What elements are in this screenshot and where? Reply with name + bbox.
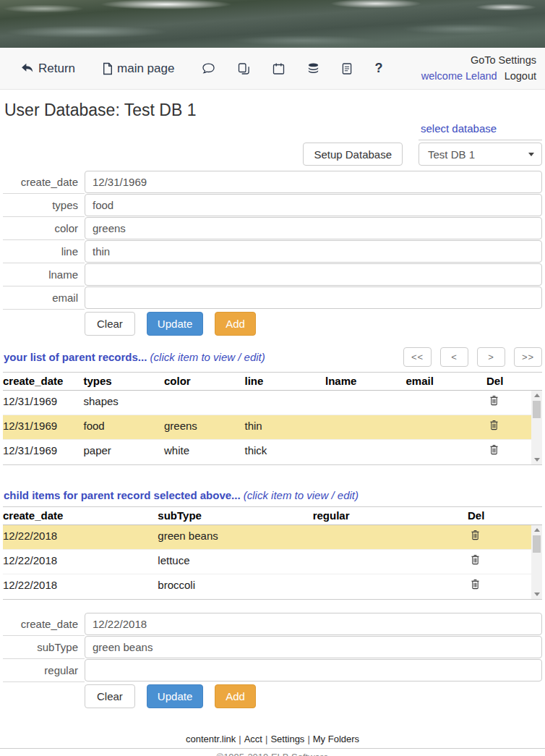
line-field[interactable]: [85, 240, 542, 263]
select-database-link[interactable]: select database: [419, 122, 542, 140]
logout-link[interactable]: Logout: [505, 70, 536, 82]
last-page-button[interactable]: >>: [514, 347, 542, 367]
color-field[interactable]: [85, 217, 542, 239]
create-date-field[interactable]: [85, 171, 542, 193]
page-icon: [103, 62, 113, 75]
table-row-selected[interactable]: 12/22/2018green beans: [3, 525, 531, 550]
update-button[interactable]: Update: [147, 312, 203, 336]
field-label: subType: [3, 636, 85, 659]
scroll-up-icon[interactable]: [534, 394, 540, 397]
delete-icon[interactable]: [489, 395, 499, 408]
clear-button[interactable]: Clear: [85, 312, 135, 336]
child-list-hint: (click item to view / edit): [244, 489, 359, 501]
parent-records-table: create_datetypescolorlinelnameemailDel 1…: [3, 372, 542, 465]
child-item-form: create_date subType regular Clear Update…: [3, 613, 542, 713]
prev-page-button[interactable]: <: [440, 347, 468, 367]
table-row-selected[interactable]: 12/31/1969foodgreensthin: [3, 415, 531, 440]
field-label: email: [3, 286, 85, 310]
database-button[interactable]: [307, 62, 319, 75]
field-label: create_date: [3, 171, 85, 194]
scrollbar-thumb[interactable]: [533, 401, 541, 418]
parent-record-form: create_date types color line lname email…: [3, 171, 542, 340]
footer-link-acct[interactable]: Acct: [244, 734, 262, 744]
document-button[interactable]: [342, 62, 352, 75]
copy-icon: [238, 62, 250, 75]
add-button[interactable]: Add: [215, 312, 256, 336]
chat-button[interactable]: [202, 62, 215, 75]
child-list-title: child items for parent record selected a…: [3, 489, 542, 501]
vertical-scrollbar[interactable]: [531, 391, 542, 464]
update-button[interactable]: Update: [147, 684, 203, 708]
header-banner-image: [0, 0, 545, 48]
vertical-scrollbar[interactable]: [531, 525, 542, 599]
footer: contentr.link|Acct|Settings|My Folders ©…: [3, 734, 542, 756]
delete-icon[interactable]: [471, 554, 480, 567]
table-row[interactable]: 12/22/2018broccoli: [3, 574, 531, 599]
pagination: << < > >>: [403, 347, 542, 367]
main-page-label: main page: [117, 61, 174, 76]
return-button[interactable]: Return: [20, 61, 75, 76]
field-label: types: [3, 194, 85, 217]
subtype-field[interactable]: [85, 636, 542, 658]
add-button[interactable]: Add: [215, 684, 256, 708]
field-label: regular: [3, 659, 85, 682]
table-row[interactable]: 12/31/1969paperwhitethick: [3, 440, 531, 464]
chat-icon: [202, 62, 215, 75]
copy-button[interactable]: [238, 62, 250, 75]
navbar: Return main page ? GoTo Settings welcome…: [0, 48, 545, 90]
types-field[interactable]: [85, 194, 542, 216]
email-field[interactable]: [85, 286, 542, 309]
child-items-table: create_datesubTyperegularDel 12/22/2018g…: [3, 506, 542, 600]
help-icon: ?: [374, 61, 382, 76]
delete-icon[interactable]: [471, 579, 480, 592]
return-label: Return: [38, 61, 75, 76]
setup-database-button[interactable]: Setup Database: [303, 143, 403, 166]
lname-field[interactable]: [85, 263, 542, 286]
welcome-user-link[interactable]: welcome Leland: [421, 70, 497, 82]
field-label: line: [3, 240, 85, 263]
footer-link-settings[interactable]: Settings: [270, 734, 304, 744]
help-button[interactable]: ?: [374, 61, 382, 76]
scroll-down-icon[interactable]: [534, 458, 540, 462]
delete-icon[interactable]: [489, 444, 499, 457]
delete-icon[interactable]: [471, 530, 480, 543]
parent-list-title: your list of parent records... (click it…: [3, 351, 265, 363]
field-label: color: [3, 217, 85, 240]
scroll-up-icon[interactable]: [534, 528, 540, 532]
field-label: lname: [3, 263, 85, 286]
table-row[interactable]: 12/22/2018lettuce: [3, 550, 531, 574]
parent-table-header: create_datetypescolorlinelnameemailDel: [3, 373, 531, 390]
calendar-button[interactable]: [272, 62, 285, 75]
footer-divider: [0, 748, 545, 749]
table-row[interactable]: 12/31/1969shapes: [3, 391, 531, 415]
database-select-value: Test DB 1: [428, 148, 475, 161]
child-create-date-field[interactable]: [85, 613, 542, 635]
scroll-down-icon[interactable]: [534, 593, 540, 596]
footer-link-contentr[interactable]: contentr.link: [186, 734, 236, 744]
goto-settings-link[interactable]: GoTo Settings: [421, 53, 536, 69]
page-title: User Database: Test DB 1: [4, 101, 542, 120]
parent-list-hint: (click item to view / edit): [150, 351, 265, 363]
scrollbar-thumb[interactable]: [533, 535, 541, 553]
clear-button[interactable]: Clear: [85, 684, 135, 708]
database-icon: [307, 62, 319, 75]
copyright-text: ©1995-2019 ELB Software: [3, 752, 542, 756]
calendar-icon: [272, 62, 285, 75]
database-select[interactable]: Test DB 1: [419, 143, 542, 166]
footer-links: contentr.link|Acct|Settings|My Folders: [3, 734, 542, 744]
reply-icon: [20, 62, 34, 75]
child-table-header: create_datesubTyperegularDel: [3, 507, 531, 524]
delete-icon[interactable]: [489, 420, 499, 433]
chevron-down-icon: [528, 153, 534, 156]
regular-field[interactable]: [85, 659, 542, 681]
next-page-button[interactable]: >: [477, 347, 505, 367]
first-page-button[interactable]: <<: [403, 347, 432, 367]
footer-link-my-folders[interactable]: My Folders: [313, 734, 359, 744]
document-icon: [342, 62, 352, 75]
main-page-button[interactable]: main page: [103, 61, 174, 76]
field-label: create_date: [3, 613, 85, 636]
